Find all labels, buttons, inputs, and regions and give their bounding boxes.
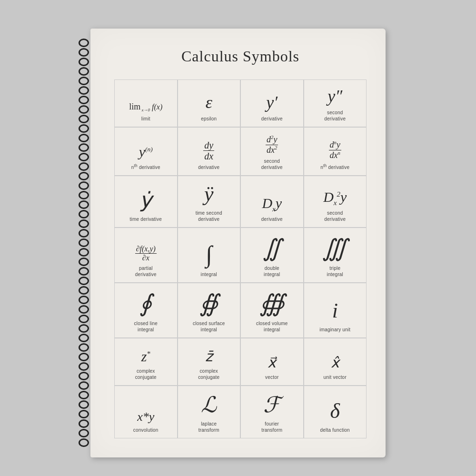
symbol-label: secondderivative — [261, 158, 283, 170]
spiral-loop — [79, 143, 89, 152]
symbol-label: time derivative — [130, 216, 162, 222]
symbol-cell-Dxy: Dxy derivative — [240, 176, 304, 228]
symbol-display: ∮ — [139, 289, 152, 317]
spiral-loop — [79, 419, 89, 428]
spiral-loop — [79, 48, 89, 57]
spiral-loop — [79, 277, 89, 285]
spiral-loop — [79, 334, 89, 342]
spiral-loop — [79, 229, 89, 238]
spiral-loop — [79, 238, 89, 247]
spiral-loop — [79, 200, 89, 209]
symbol-label: unit vector — [324, 374, 347, 380]
symbol-display: dy dx — [203, 139, 214, 161]
symbol-display: z̄ — [205, 348, 213, 365]
symbol-cell-fourier: ℱ fouriertransform — [240, 386, 304, 438]
symbols-grid: lim x→0 f(x) limit ε epsilon y′ derivati… — [114, 79, 367, 438]
symbol-cell-second-derivative: y″ secondderivative — [304, 79, 367, 127]
spiral-loop — [79, 305, 89, 314]
symbol-display: lim x→0 f(x) — [129, 102, 162, 113]
symbol-label: laplacetransform — [198, 421, 219, 433]
spiral-loop — [79, 362, 89, 371]
symbol-display: d2y dx2 — [266, 133, 278, 155]
spiral-loop — [79, 115, 89, 123]
spiral-loop — [79, 39, 89, 47]
symbol-cell-laplace: ℒ laplacetransform — [178, 386, 241, 438]
spiral-loop — [79, 105, 89, 114]
symbol-label: time secondderivative — [196, 210, 222, 222]
symbol-cell-Dx2y: Dx2y secondderivative — [304, 176, 367, 228]
spiral-loop — [79, 315, 89, 323]
symbol-cell-z-star: z* complexconjugate — [114, 338, 178, 386]
symbol-label: epsilon — [201, 116, 217, 122]
symbol-cell-delta: δ delta function — [304, 386, 367, 438]
symbol-cell-closed-line: ∮ closed lineintegral — [114, 283, 178, 338]
symbol-label: delta function — [320, 427, 350, 433]
spiral-loop — [79, 429, 89, 437]
spiral-loop — [79, 400, 89, 409]
symbol-display: y(n) — [139, 143, 153, 160]
spiral-loop — [79, 372, 89, 380]
symbol-cell-dny-dxn: dny dxn nth derivative — [304, 127, 367, 176]
symbol-display: ÿ — [204, 182, 214, 207]
spiral-loop — [79, 258, 89, 266]
symbol-cell-double-integral: ∬ doubleintegral — [240, 228, 304, 283]
symbol-cell-nth-y: y(n) nth derivative — [114, 127, 178, 176]
symbol-cell-partial: ∂f(x,y) ∂x partialderivative — [114, 228, 178, 283]
symbol-display: dny dxn — [329, 139, 341, 160]
spiral-loop — [79, 162, 89, 171]
symbol-display: i — [332, 298, 338, 324]
symbol-display: ℱ — [263, 392, 280, 418]
spiral-loop — [79, 296, 89, 304]
spiral-loop — [79, 134, 89, 142]
spiral-loop — [79, 391, 89, 399]
symbol-display: ∯ — [199, 289, 218, 317]
symbol-cell-closed-surface: ∯ closed surfaceintegral — [178, 283, 241, 338]
symbol-display: x*y — [137, 409, 154, 424]
symbol-display: x⃗ — [268, 354, 276, 371]
symbol-display: ∰ — [259, 289, 285, 317]
symbol-label: integral — [201, 271, 217, 278]
symbol-display: z* — [141, 348, 150, 365]
spiral-loop — [79, 77, 89, 85]
symbol-label: closed volumeintegral — [256, 320, 288, 333]
symbol-cell-z-bar: z̄ complexconjugate — [178, 338, 241, 386]
notebook-page: Calculus Symbols lim x→0 f(x) limit ε ep… — [90, 29, 386, 457]
symbol-display: ∫ — [206, 240, 212, 268]
symbol-label: limit — [141, 116, 150, 122]
page-title: Calculus Symbols — [114, 48, 367, 65]
symbol-cell-ydot: ẏ time derivative — [114, 176, 178, 228]
spiral-loop — [79, 191, 89, 199]
symbol-cell-derivative: y′ derivative — [240, 79, 304, 127]
symbol-label: vector — [265, 374, 278, 380]
symbol-label: closed lineintegral — [134, 320, 158, 333]
symbol-label: secondderivative — [324, 109, 346, 122]
symbol-display: y′ — [266, 92, 278, 113]
spiral-loop — [79, 153, 89, 161]
spiral-loop — [79, 353, 89, 361]
symbol-label: derivative — [198, 164, 219, 170]
symbol-label: derivative — [261, 216, 283, 222]
symbol-display: Dx2y — [323, 188, 347, 207]
symbol-label: partialderivative — [135, 265, 157, 278]
symbol-label: tripleintegral — [327, 265, 343, 278]
spiral-loop — [79, 210, 89, 218]
symbol-label: nth derivative — [131, 163, 160, 170]
symbol-display: ẏ — [139, 188, 152, 213]
symbol-display: y″ — [327, 86, 342, 107]
symbol-label: secondderivative — [324, 210, 346, 222]
symbol-label: complexconjugate — [135, 368, 157, 380]
symbol-label: convolution — [133, 427, 159, 433]
spiral-loop — [79, 219, 89, 228]
symbol-display: ∂f(x,y) ∂x — [135, 242, 157, 262]
symbol-display: ℒ — [201, 392, 217, 418]
symbol-label: nth derivative — [320, 163, 349, 170]
symbol-label: closed surfaceintegral — [193, 320, 225, 333]
spiral-loop — [79, 58, 89, 66]
symbol-cell-integral: ∫ integral — [178, 228, 241, 283]
symbol-cell-closed-volume: ∰ closed volumeintegral — [240, 283, 304, 338]
spiral-loop — [79, 381, 89, 390]
spiral-loop — [79, 438, 89, 447]
symbol-cell-imaginary: i imaginary unit — [304, 283, 367, 338]
spiral-loop — [79, 343, 89, 352]
symbol-cell-yddot: ÿ time secondderivative — [178, 176, 241, 228]
